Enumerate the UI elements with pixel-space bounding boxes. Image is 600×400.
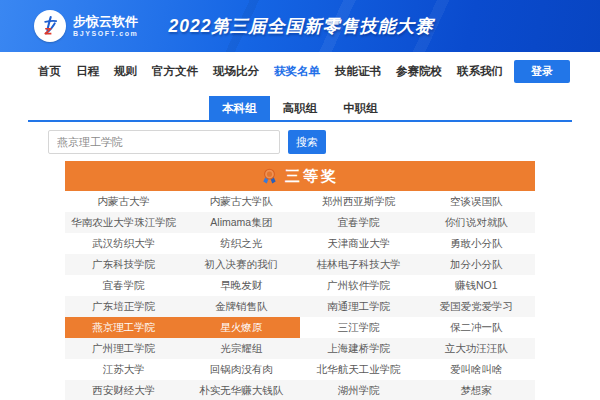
nav-item-schedule[interactable]: 日程 — [76, 64, 99, 79]
table-row: 武汉纺织大学纺织之光天津商业大学勇敢小分队 — [65, 233, 535, 254]
team-cell: 梦想家 — [418, 380, 536, 400]
award-banner: 三等奖 — [65, 161, 535, 191]
school-cell: 西安财经大学 — [65, 380, 183, 400]
team-cell: 立大功汪汪队 — [418, 338, 536, 359]
table-row: 广东培正学院金牌销售队南通理工学院爱国爱党爱学习 — [65, 296, 535, 317]
school-cell: 天津商业大学 — [300, 233, 418, 254]
logo-icon — [34, 10, 66, 42]
team-cell: 回锅肉没有肉 — [183, 359, 301, 380]
table-row: 内蒙古大学内蒙古大学队郑州西亚斯学院空谈误国队 — [65, 191, 535, 212]
nav-item-contact[interactable]: 联系我们 — [457, 64, 503, 79]
team-cell: 朴实无华赚大钱队 — [183, 380, 301, 400]
award-title: 三等奖 — [285, 167, 339, 186]
nav-item-award-list[interactable]: 获奖名单 — [274, 64, 320, 79]
school-cell: 内蒙古大学 — [65, 191, 183, 212]
team-cell: 你们说对就队 — [418, 212, 536, 233]
school-cell: 武汉纺织大学 — [65, 233, 183, 254]
school-cell: 广州软件学院 — [300, 275, 418, 296]
school-cell: 宜春学院 — [300, 212, 418, 233]
school-cell: 广州理工学院 — [65, 338, 183, 359]
team-cell: 爱叫啥叫啥 — [418, 359, 536, 380]
team-cell: 保二冲一队 — [418, 317, 536, 338]
school-cell: 南通理工学院 — [300, 296, 418, 317]
logo[interactable]: 步惊云软件 BJYSOFT.com — [34, 10, 138, 42]
table-row: 宜春学院早晚发财广州软件学院赚钱NO1 — [65, 275, 535, 296]
logo-domain: BJYSOFT.com — [73, 29, 138, 38]
tab-benke[interactable]: 本科组 — [209, 96, 270, 120]
page-title: 2022第三届全国新零售技能大赛 — [168, 14, 433, 38]
table-row: 广州理工学院光宗耀组上海建桥学院立大功汪汪队 — [65, 338, 535, 359]
school-cell: 北华航天工业学院 — [300, 359, 418, 380]
tab-zhongzhi[interactable]: 中职组 — [330, 96, 391, 120]
team-cell: 赚钱NO1 — [418, 275, 536, 296]
school-cell: 燕京理工学院 — [65, 317, 183, 338]
nav-item-certificates[interactable]: 技能证书 — [335, 64, 381, 79]
team-cell: 空谈误国队 — [418, 191, 536, 212]
tab-gaozhi[interactable]: 高职组 — [270, 96, 331, 120]
school-cell: 三江学院 — [300, 317, 418, 338]
nav-item-official-docs[interactable]: 官方文件 — [152, 64, 198, 79]
team-cell: 纺织之光 — [183, 233, 301, 254]
team-cell: 爱国爱党爱学习 — [418, 296, 536, 317]
header-banner: 步惊云软件 BJYSOFT.com 2022第三届全国新零售技能大赛 — [0, 0, 600, 52]
team-cell: 星火燎原 — [183, 317, 301, 338]
table-row: 江苏大学回锅肉没有肉北华航天工业学院爱叫啥叫啥 — [65, 359, 535, 380]
team-cell: 光宗耀组 — [183, 338, 301, 359]
nav-item-home[interactable]: 首页 — [38, 64, 61, 79]
team-cell: Alimama集团 — [183, 212, 301, 233]
school-cell: 广东科技学院 — [65, 254, 183, 275]
search-button[interactable]: 搜索 — [288, 130, 326, 154]
table-row: 华南农业大学珠江学院Alimama集团宜春学院你们说对就队 — [65, 212, 535, 233]
nav-item-schools[interactable]: 参赛院校 — [396, 64, 442, 79]
school-cell: 广东培正学院 — [65, 296, 183, 317]
school-cell: 湖州学院 — [300, 380, 418, 400]
team-cell: 加分小分队 — [418, 254, 536, 275]
team-cell: 金牌销售队 — [183, 296, 301, 317]
nav-item-rules[interactable]: 规则 — [114, 64, 137, 79]
search-input[interactable] — [48, 130, 280, 154]
main-nav: 首页日程规则官方文件现场比分获奖名单技能证书参赛院校联系我们 登录 — [0, 52, 600, 90]
team-cell: 内蒙古大学队 — [183, 191, 301, 212]
table-row: 燕京理工学院星火燎原三江学院保二冲一队 — [65, 317, 535, 338]
group-tabbar: 本科组高职组中职组 — [28, 96, 572, 122]
results-table: 内蒙古大学内蒙古大学队郑州西亚斯学院空谈误国队华南农业大学珠江学院Alimama… — [65, 191, 535, 400]
team-cell: 初入决赛的我们 — [183, 254, 301, 275]
medal-icon — [261, 168, 278, 185]
team-cell: 勇敢小分队 — [418, 233, 536, 254]
nav-item-live-score[interactable]: 现场比分 — [213, 64, 259, 79]
school-cell: 宜春学院 — [65, 275, 183, 296]
team-cell: 早晚发财 — [183, 275, 301, 296]
table-row: 广东科技学院初入决赛的我们桂林电子科技大学加分小分队 — [65, 254, 535, 275]
school-cell: 郑州西亚斯学院 — [300, 191, 418, 212]
table-row: 西安财经大学朴实无华赚大钱队湖州学院梦想家 — [65, 380, 535, 400]
logo-name: 步惊云软件 — [73, 14, 138, 29]
school-cell: 桂林电子科技大学 — [300, 254, 418, 275]
login-button[interactable]: 登录 — [514, 60, 570, 83]
school-cell: 华南农业大学珠江学院 — [65, 212, 183, 233]
school-cell: 上海建桥学院 — [300, 338, 418, 359]
search-row: 搜索 — [48, 130, 600, 154]
nav-items: 首页日程规则官方文件现场比分获奖名单技能证书参赛院校联系我们 — [38, 64, 503, 79]
school-cell: 江苏大学 — [65, 359, 183, 380]
logo-text: 步惊云软件 BJYSOFT.com — [73, 14, 138, 38]
